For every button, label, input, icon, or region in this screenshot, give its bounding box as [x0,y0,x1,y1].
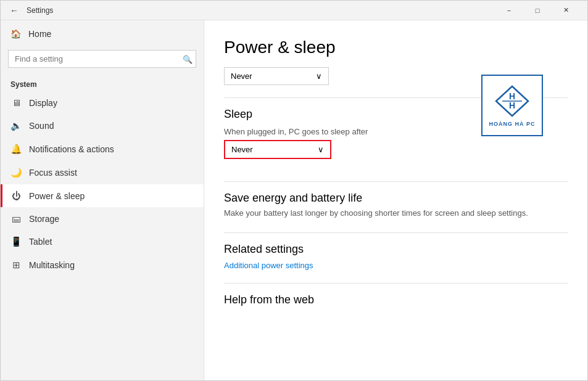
focus-icon: 🌙 [10,167,22,178]
window-title: Settings [27,6,495,15]
page-title: Power & sleep [224,38,568,57]
svg-text:H: H [509,91,515,101]
main-content: Power & sleep Never ∨ Sleep When plugged… [204,20,587,380]
related-settings-section: Related settings Additional power settin… [224,243,568,271]
sidebar-item-multitasking[interactable]: ⊞ Multitasking [1,253,204,277]
search-input[interactable] [8,50,196,68]
divider-2 [224,181,568,182]
home-icon: 🏠 [10,29,21,39]
sleep-dropdown[interactable]: Never ∨ [225,141,330,158]
logo-diamond-svg: H H [494,84,531,118]
main-top: Power & sleep Never ∨ Sleep When plugged… [224,38,568,313]
sleep-dropdown-wrapper: Never ∨ [224,140,331,159]
tablet-icon: 📱 [10,236,22,247]
sidebar-item-label: Storage [29,214,59,224]
additional-power-settings-link[interactable]: Additional power settings [224,261,313,270]
sidebar-home-label: Home [28,29,51,39]
sidebar-item-tablet[interactable]: 📱 Tablet [1,230,204,253]
sidebar-item-notifications[interactable]: 🔔 Notifications & actions [1,137,204,161]
sidebar-item-home[interactable]: 🏠 Home [1,20,204,47]
screen-dropdown[interactable]: Never ∨ [224,67,329,85]
sidebar-item-label: Notifications & actions [29,144,114,154]
sidebar-item-label: Display [29,98,57,108]
logo-area: H H HOÀNG HÀ PC [481,75,543,136]
help-section: Help from the web [224,293,568,306]
help-title: Help from the web [224,293,568,306]
sound-icon: 🔈 [10,120,22,131]
power-icon: ⏻ [10,190,22,201]
sleep-dropdown-arrow: ∨ [318,145,324,154]
sidebar-item-label: Focus assist [29,168,77,178]
screen-dropdown-arrow: ∨ [316,72,322,81]
sidebar-item-focus[interactable]: 🌙 Focus assist [1,161,204,184]
save-energy-desc: Make your battery last longer by choosin… [224,208,568,218]
sidebar-item-label: Sound [29,121,54,131]
divider-3 [224,232,568,233]
multitasking-icon: ⊞ [10,260,22,271]
screen-dropdown-value: Never [231,72,252,81]
sidebar-item-display[interactable]: 🖥 Display [1,91,204,114]
window-controls: − □ ✕ [495,1,580,20]
close-button[interactable]: ✕ [552,1,580,20]
settings-window: ← Settings − □ ✕ 🏠 Home 🔍 System [0,0,588,381]
sidebar-item-sound[interactable]: 🔈 Sound [1,114,204,137]
minimize-button[interactable]: − [495,1,523,20]
sidebar: 🏠 Home 🔍 System 🖥 Display 🔈 Sound 🔔 [1,20,204,380]
search-icon: 🔍 [183,54,193,63]
save-energy-title: Save energy and battery life [224,192,568,205]
sidebar-item-label: Multitasking [29,260,75,270]
logo-box: H H HOÀNG HÀ PC [481,75,543,136]
related-title: Related settings [224,243,568,256]
sleep-dropdown-value: Never [231,145,253,154]
title-bar: ← Settings − □ ✕ [1,1,587,20]
back-button[interactable]: ← [8,4,20,17]
storage-icon: 🖴 [10,213,22,224]
search-box: 🔍 [8,50,196,68]
sidebar-item-label: Tablet [29,237,52,247]
logo-text: HOÀNG HÀ PC [489,121,535,127]
maximize-button[interactable]: □ [523,1,552,20]
display-icon: 🖥 [10,97,22,108]
sidebar-item-power[interactable]: ⏻ Power & sleep [1,184,204,207]
sidebar-section-label: System [1,75,204,91]
sidebar-item-storage[interactable]: 🖴 Storage [1,207,204,230]
divider-4 [224,283,568,284]
notifications-icon: 🔔 [10,144,22,155]
content-area: 🏠 Home 🔍 System 🖥 Display 🔈 Sound 🔔 [1,20,587,380]
save-energy-section: Save energy and battery life Make your b… [224,192,568,218]
svg-text:H: H [509,100,515,110]
sidebar-item-label: Power & sleep [29,191,85,201]
